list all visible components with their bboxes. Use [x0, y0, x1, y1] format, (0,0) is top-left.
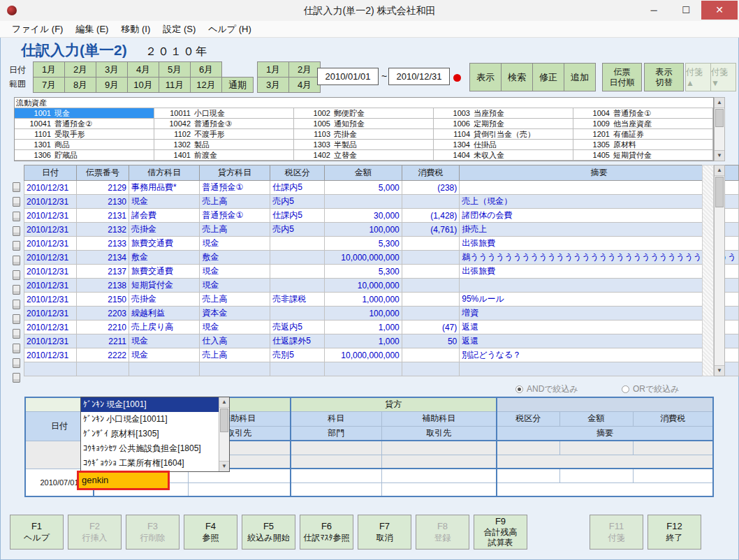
month-button-7月[interactable]: 7月 [33, 77, 65, 93]
account-item[interactable]: 1404未収入金 [434, 150, 573, 160]
full-period-button[interactable]: 通期 [221, 77, 254, 93]
account-item[interactable]: 10011小口現金 [154, 108, 294, 118]
note-icon[interactable] [13, 270, 20, 280]
radio-unselected-icon[interactable] [622, 385, 629, 393]
account-item[interactable]: 1305原材料 [573, 140, 713, 149]
note-icon[interactable] [13, 241, 20, 251]
journal-row[interactable]: 2010/12/312222現金売上高売別510,000,000,000別記どう… [24, 348, 739, 362]
fusen-up-button[interactable]: 付箋▲ [685, 63, 711, 91]
journal-row[interactable]: 2010/12/312131諸会費普通預金①仕課内530,000(1,428)諸… [24, 209, 739, 223]
note-icon[interactable] [13, 358, 20, 368]
journal-row[interactable]: 2010/12/312133旅費交通費現金5,300出張旅費 [24, 237, 739, 251]
quarter-month-button-1月[interactable]: 1月 [257, 61, 289, 78]
account-item[interactable]: 1405短期貸付金 [573, 150, 713, 160]
dropdown-scrollbar[interactable]: ▲ ▼ [219, 397, 229, 471]
account-item[interactable]: 1303半製品 [294, 140, 434, 149]
note-icon[interactable] [13, 256, 20, 265]
fusen-down-button[interactable]: 付箋▼ [710, 63, 736, 91]
fkey-f4-button[interactable]: F4参照 [184, 515, 237, 550]
fkey-f9-button[interactable]: F9合計残高試算表 [474, 515, 527, 550]
journal-row[interactable]: 2010/12/312137旅費交通費現金5,300出張旅費 [24, 265, 739, 279]
menu-item[interactable]: 設定 (S) [156, 21, 202, 37]
display-toggle-button[interactable]: 表示切替 [644, 63, 684, 91]
account-item[interactable]: 1402立替金 [294, 150, 434, 160]
month-button-12月[interactable]: 12月 [190, 77, 222, 93]
month-button-2月[interactable]: 2月 [64, 61, 96, 78]
journal-row[interactable] [24, 362, 739, 376]
menu-item[interactable]: ファイル (F) [6, 21, 69, 37]
account-item[interactable]: 1009他当座資産 [573, 119, 713, 128]
menu-item[interactable]: 移動 (I) [115, 21, 156, 37]
close-button[interactable]: ✕ [701, 1, 738, 20]
month-button-4月[interactable]: 4月 [127, 61, 159, 78]
journal-row[interactable]: 2010/12/312210売上戻り高現金売返内51,000(47)返還 [24, 320, 739, 334]
note-icon[interactable] [13, 344, 20, 353]
month-button-11月[interactable]: 11月 [159, 77, 191, 93]
scroll-up-icon[interactable]: ▲ [715, 165, 724, 176]
minimize-button[interactable]: ─ [640, 1, 668, 20]
dropdown-item[interactable]: ｹﾞﾝｻﾞｲ 原材料[1305] [81, 427, 219, 441]
month-button-3月[interactable]: 3月 [96, 61, 128, 78]
radio-selected-icon[interactable] [515, 385, 523, 393]
scroll-up-icon[interactable]: ▲ [715, 98, 724, 108]
account-item[interactable]: 1004普通預金① [573, 108, 713, 118]
filter-or-option[interactable]: ORで絞込み [622, 383, 680, 395]
note-icon[interactable] [13, 226, 20, 236]
account-item[interactable]: 1003当座預金 [434, 108, 573, 118]
date-from-input[interactable] [317, 68, 379, 85]
journal-row[interactable]: 2010/12/312203繰越利益資本金100,000増資 [24, 307, 739, 320]
month-button-1月[interactable]: 1月 [33, 61, 65, 78]
menu-item[interactable]: ヘルプ (H) [202, 21, 258, 37]
fkey-f6-button[interactable]: F6仕訳ﾏｽﾀ参照 [300, 515, 353, 550]
journal-row[interactable]: 2010/12/312130現金売上高売内5売上（現金） [24, 195, 739, 209]
scroll-down-icon[interactable]: ▼ [715, 150, 724, 161]
menu-item[interactable]: 編集 (E) [69, 21, 115, 37]
account-item[interactable]: 10041普通預金② [15, 119, 154, 128]
dropdown-item[interactable]: ｺｳｷﾞｮｳｼｮ 工業所有権[1604] [81, 456, 219, 471]
dropdown-item[interactable]: ｹﾞﾝｷﾝ 小口現金[10011] [81, 412, 219, 427]
quarter-month-button-4月[interactable]: 4月 [288, 77, 321, 93]
note-icon[interactable] [13, 212, 20, 221]
journal-row[interactable]: 2010/12/312129事務用品費*普通預金①仕課内55,000(238) [24, 181, 739, 195]
account-list-scrollbar[interactable]: ▲ ▼ [714, 97, 725, 161]
account-item[interactable]: 1101受取手形 [15, 129, 154, 139]
voucher-date-order-button[interactable]: 伝票日付順 [602, 63, 642, 91]
account-item[interactable]: 1301商品 [15, 140, 154, 149]
note-icon[interactable] [13, 285, 20, 295]
maximize-button[interactable]: ☐ [672, 1, 700, 20]
journal-row[interactable]: 2010/12/312134敷金敷金10,000,000,000鵜ううううううう… [24, 251, 739, 265]
note-icon[interactable] [13, 373, 20, 383]
scroll-down-icon[interactable]: ▼ [715, 365, 724, 376]
journal-row[interactable]: 2010/12/312150売掛金売上高売非課税1,000,00095%ルール [24, 293, 739, 307]
note-icon[interactable] [13, 182, 20, 192]
journal-scrollbar[interactable]: ▲ ▼ [714, 165, 725, 376]
quarter-month-button-3月[interactable]: 3月 [257, 77, 289, 93]
account-item[interactable]: 1005通知預金 [294, 119, 434, 128]
month-button-5月[interactable]: 5月 [159, 61, 191, 78]
quarter-month-button-2月[interactable]: 2月 [288, 61, 321, 78]
fkey-f1-button[interactable]: F1ヘルプ [10, 515, 64, 550]
toolbar-button-検索[interactable]: 検索 [501, 63, 533, 91]
note-icon[interactable] [13, 300, 20, 309]
journal-row[interactable]: 2010/12/312211現金仕入高仕返課外51,00050返還 [24, 334, 739, 348]
account-item[interactable]: 1006定期預金 [434, 119, 573, 128]
account-item[interactable]: 1304仕掛品 [434, 140, 573, 149]
note-icon[interactable] [13, 329, 20, 339]
account-item[interactable]: 1001現金 [15, 108, 154, 118]
month-button-8月[interactable]: 8月 [64, 77, 96, 93]
account-item[interactable]: 1002郵便貯金 [294, 108, 434, 118]
date-to-input[interactable] [388, 68, 450, 85]
toolbar-button-表示[interactable]: 表示 [469, 63, 502, 91]
dropdown-item[interactable]: ｹﾞﾝｷﾝ 現金[1001] [81, 397, 219, 412]
toolbar-button-追加[interactable]: 追加 [564, 63, 596, 91]
account-item[interactable]: 1302製品 [154, 140, 294, 149]
note-icon[interactable] [13, 314, 20, 324]
account-item[interactable]: 1306貯蔵品 [15, 150, 154, 160]
account-item[interactable]: 1102不渡手形 [154, 129, 294, 139]
account-item[interactable]: 1401前渡金 [154, 150, 294, 160]
note-icon[interactable] [13, 197, 20, 207]
account-lookup-input[interactable]: genkin [77, 471, 170, 490]
dropdown-item[interactable]: ｺｳｷｮｳｼｾﾂ 公共施設負担金[1805] [81, 441, 219, 456]
month-button-6月[interactable]: 6月 [190, 61, 222, 78]
scroll-down-icon[interactable]: ▼ [219, 461, 229, 471]
